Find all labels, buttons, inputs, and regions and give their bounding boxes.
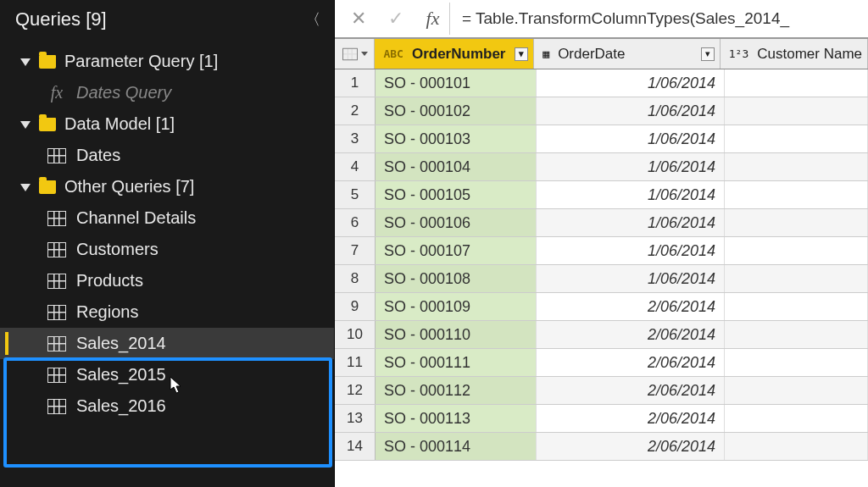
cell-customername[interactable] <box>725 209 868 236</box>
filter-dropdown-icon[interactable]: ▾ <box>701 47 715 61</box>
formula-input[interactable]: = Table.TransformColumnTypes(Sales_2014_ <box>453 9 861 28</box>
cell-orderdate[interactable]: 2/06/2014 <box>537 433 725 460</box>
cell-customername[interactable] <box>725 377 868 404</box>
table-row[interactable]: 2SO - 0001021/06/2014 <box>335 97 868 125</box>
table-row[interactable]: 13SO - 0001132/06/2014 <box>335 405 868 433</box>
table-row[interactable]: 11SO - 0001112/06/2014 <box>335 349 868 377</box>
table-row[interactable]: 8SO - 0001081/06/2014 <box>335 265 868 293</box>
cell-orderdate[interactable]: 1/06/2014 <box>537 69 725 97</box>
cell-orderdate[interactable]: 1/06/2014 <box>537 265 725 292</box>
table-icon <box>47 211 66 226</box>
collapse-sidebar-icon[interactable]: 〈 <box>305 9 320 30</box>
cell-customername[interactable] <box>725 69 868 97</box>
row-number[interactable]: 4 <box>335 153 376 180</box>
cell-ordernumber[interactable]: SO - 000107 <box>376 237 537 264</box>
cell-orderdate[interactable]: 2/06/2014 <box>537 349 725 376</box>
cell-ordernumber[interactable]: SO - 000103 <box>376 125 537 152</box>
query-item[interactable]: Channel Details <box>0 202 334 234</box>
cell-ordernumber[interactable]: SO - 000113 <box>376 405 537 432</box>
cell-orderdate[interactable]: 1/06/2014 <box>537 125 725 152</box>
cell-orderdate[interactable]: 1/06/2014 <box>537 209 725 236</box>
cell-customername[interactable] <box>725 265 868 292</box>
cell-ordernumber[interactable]: SO - 000106 <box>376 209 537 236</box>
table-row[interactable]: 10SO - 0001102/06/2014 <box>335 321 868 349</box>
cell-ordernumber[interactable]: SO - 000109 <box>376 293 537 320</box>
cell-customername[interactable] <box>725 293 868 320</box>
table-row[interactable]: 3SO - 0001031/06/2014 <box>335 125 868 153</box>
row-number[interactable]: 1 <box>335 69 376 97</box>
table-icon <box>47 399 66 414</box>
cell-orderdate[interactable]: 1/06/2014 <box>537 153 725 180</box>
cell-customername[interactable] <box>725 153 868 180</box>
cell-ordernumber[interactable]: SO - 000114 <box>376 433 537 460</box>
cell-orderdate[interactable]: 2/06/2014 <box>537 293 725 320</box>
query-item[interactable]: Products <box>0 265 334 296</box>
expand-icon <box>20 121 31 129</box>
table-row[interactable]: 6SO - 0001061/06/2014 <box>335 209 868 237</box>
column-header-customername[interactable]: 1²3 Customer Name <box>721 39 868 69</box>
cell-ordernumber[interactable]: SO - 000108 <box>376 265 537 292</box>
table-row[interactable]: 7SO - 0001071/06/2014 <box>335 237 868 265</box>
query-item[interactable]: Regions <box>0 296 334 328</box>
cell-ordernumber[interactable]: SO - 000105 <box>376 181 537 208</box>
cell-orderdate[interactable]: 1/06/2014 <box>537 237 725 264</box>
row-number[interactable]: 13 <box>335 405 376 432</box>
cell-ordernumber[interactable]: SO - 000110 <box>376 321 537 348</box>
query-item[interactable]: Customers <box>0 234 334 265</box>
row-number[interactable]: 3 <box>335 125 376 152</box>
cell-customername[interactable] <box>725 125 868 152</box>
cell-ordernumber[interactable]: SO - 000102 <box>376 97 537 125</box>
query-item[interactable]: Dates <box>0 140 334 171</box>
table-row[interactable]: 9SO - 0001092/06/2014 <box>335 293 868 321</box>
cell-customername[interactable] <box>725 349 868 376</box>
row-number[interactable]: 8 <box>335 265 376 292</box>
table-row[interactable]: 12SO - 0001122/06/2014 <box>335 377 868 405</box>
cell-ordernumber[interactable]: SO - 000104 <box>376 153 537 180</box>
cell-ordernumber[interactable]: SO - 000101 <box>376 69 537 97</box>
cell-orderdate[interactable]: 2/06/2014 <box>537 377 725 404</box>
cell-orderdate[interactable]: 1/06/2014 <box>537 181 725 208</box>
cell-ordernumber[interactable]: SO - 000112 <box>376 377 537 404</box>
row-number[interactable]: 9 <box>335 293 376 320</box>
column-header-orderdate[interactable]: ▦ OrderDate ▾ <box>534 39 720 69</box>
table-row[interactable]: 4SO - 0001041/06/2014 <box>335 153 868 181</box>
table-row[interactable]: 5SO - 0001051/06/2014 <box>335 181 868 209</box>
row-number[interactable]: 6 <box>335 209 376 236</box>
cell-customername[interactable] <box>725 237 868 264</box>
cell-ordernumber[interactable]: SO - 000111 <box>376 349 537 376</box>
grid-body: 1SO - 0001011/06/20142SO - 0001021/06/20… <box>335 69 868 461</box>
cell-customername[interactable] <box>725 181 868 208</box>
row-number[interactable]: 11 <box>335 349 376 376</box>
query-item[interactable]: Sales_2015 <box>0 359 334 390</box>
cell-orderdate[interactable]: 1/06/2014 <box>537 97 725 125</box>
filter-dropdown-icon[interactable]: ▾ <box>515 47 528 61</box>
cell-customername[interactable] <box>725 433 868 460</box>
row-number[interactable]: 10 <box>335 321 376 348</box>
table-row[interactable]: 14SO - 0001142/06/2014 <box>335 433 868 461</box>
table-row[interactable]: 1SO - 0001011/06/2014 <box>335 69 868 97</box>
tree-group[interactable]: Other Queries [7] <box>0 171 334 202</box>
select-all-corner[interactable] <box>335 39 375 69</box>
cell-customername[interactable] <box>725 97 868 125</box>
cancel-formula-icon[interactable]: ✕ <box>342 3 376 35</box>
column-header-ordernumber[interactable]: ABC OrderNumber ▾ <box>375 39 534 69</box>
group-label: Parameter Query [1] <box>64 52 218 71</box>
query-item[interactable]: fxDates Query <box>0 77 334 108</box>
row-number[interactable]: 2 <box>335 97 376 125</box>
row-number[interactable]: 7 <box>335 237 376 264</box>
fx-icon[interactable]: fx <box>416 3 450 35</box>
row-number[interactable]: 14 <box>335 433 376 460</box>
cell-orderdate[interactable]: 2/06/2014 <box>537 321 725 348</box>
tree-group[interactable]: Data Model [1] <box>0 108 334 140</box>
cell-customername[interactable] <box>725 321 868 348</box>
cell-orderdate[interactable]: 2/06/2014 <box>537 405 725 432</box>
query-item[interactable]: Sales_2016 <box>0 390 334 422</box>
query-label: Sales_2016 <box>76 396 166 416</box>
row-number[interactable]: 5 <box>335 181 376 208</box>
commit-formula-icon[interactable]: ✓ <box>379 3 413 35</box>
cell-customername[interactable] <box>725 405 868 432</box>
query-item[interactable]: Sales_2014 <box>0 328 334 359</box>
query-label: Sales_2014 <box>76 334 166 353</box>
tree-group[interactable]: Parameter Query [1] <box>0 46 334 77</box>
row-number[interactable]: 12 <box>335 377 376 404</box>
